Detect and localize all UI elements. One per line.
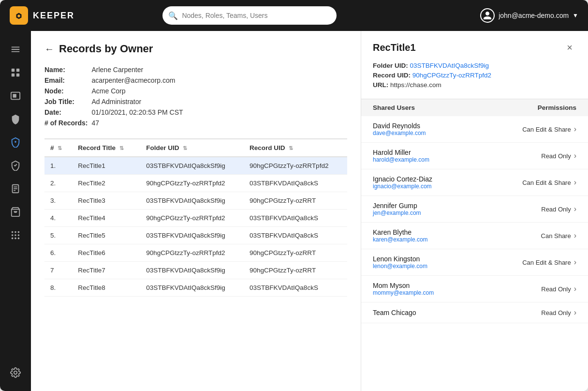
user-name: Mom Myson: [373, 282, 434, 289]
sidebar-item-security[interactable]: [5, 132, 26, 153]
sidebar-item-vault[interactable]: [5, 85, 26, 106]
shared-user-row[interactable]: Harold Miller harold@example.com Read On…: [361, 143, 588, 169]
cell-folder-uid: 90hgCPGtzzTy-ozRRTpfd2: [140, 210, 244, 227]
user-avatar-icon: [480, 8, 495, 23]
svg-point-9: [15, 141, 16, 143]
table-row[interactable]: 3. RecTitle3 03STBFKVDAtIQa8ckSf9ig 90hg…: [44, 192, 347, 210]
cell-folder-uid: 03STBFKVDAtIQa8ckSf9ig: [140, 279, 244, 297]
url-row: URL: https://chase.com: [373, 81, 576, 89]
svg-point-19: [15, 234, 16, 236]
content-area: ← Records by Owner Name: Arlene Carpente…: [31, 31, 588, 391]
shared-users-label: Shared Users: [373, 104, 415, 111]
chevron-right-icon: ›: [574, 151, 576, 160]
name-value: Arlene Carpenter: [91, 66, 347, 74]
email-label: Email:: [44, 76, 88, 84]
search-bar: 🔍: [162, 6, 337, 25]
cell-num: 7: [44, 262, 72, 279]
detail-meta: Folder UID: 03STBFKVDAtIQa8ckSf9ig Recor…: [361, 62, 588, 99]
cell-record-uid: 03STBFKVDAtIQa8ckS: [244, 175, 347, 192]
user-email: ignacio@example.com: [373, 183, 432, 190]
records-table: # ⇅ Record Title ⇅ Folder UID ⇅ Record U…: [44, 138, 347, 297]
table-row[interactable]: 6. RecTitle6 90hgCPGtzzTy-ozRRTpfd2 90hg…: [44, 244, 347, 262]
user-permission: Can Share: [541, 232, 571, 240]
cell-title: RecTitle6: [72, 244, 140, 262]
sidebar-item-shop[interactable]: [5, 201, 26, 223]
search-input[interactable]: [162, 6, 337, 25]
svg-point-20: [18, 234, 20, 236]
sidebar-item-reports[interactable]: [5, 178, 26, 199]
table-row[interactable]: 2. RecTitle2 90hgCPGtzzTy-ozRRTpfd2 03ST…: [44, 175, 347, 192]
svg-point-2: [17, 15, 20, 17]
user-permission: Read Only: [541, 206, 571, 213]
user-name: Harold Miller: [373, 149, 429, 156]
page-header: ← Records by Owner: [44, 43, 347, 55]
record-uid-row: Record UID: 90hgCPGtzzTy-ozRRTpfd2: [373, 72, 576, 79]
chevron-right-icon: ›: [574, 231, 576, 240]
user-permission: Read Only: [541, 152, 571, 160]
user-permission-area: Read Only ›: [541, 151, 576, 160]
shared-user-row[interactable]: Lenon Kingston lenon@example.com Can Edi…: [361, 249, 588, 276]
sidebar-item-compliance[interactable]: [5, 155, 26, 176]
sidebar-item-menu[interactable]: [5, 39, 26, 60]
shared-user-row[interactable]: David Reynolds dave@example.com Can Edit…: [361, 116, 588, 143]
cell-title: RecTitle8: [72, 279, 140, 297]
chevron-right-icon: ›: [574, 178, 576, 187]
shared-user-row[interactable]: Team Chicago Read Only ›: [361, 302, 588, 323]
cell-record-uid: 03STBFKVDAtIQa8ckS: [244, 210, 347, 227]
cell-title: RecTitle5: [72, 227, 140, 244]
shared-user-row[interactable]: Jennifer Gump jen@example.com Read Only …: [361, 196, 588, 223]
svg-rect-8: [13, 94, 16, 97]
job-title-label: Job Title:: [44, 98, 88, 105]
user-area[interactable]: john@acme-demo.com ▼: [480, 8, 578, 23]
svg-rect-4: [16, 69, 19, 72]
svg-point-15: [12, 231, 14, 233]
detail-header: RecTitle1 ×: [361, 31, 588, 62]
user-permission-area: Can Share ›: [541, 231, 576, 240]
user-permission-area: Read Only ›: [541, 308, 576, 317]
col-record-uid[interactable]: Record UID ⇅: [244, 139, 347, 157]
user-info: Lenon Kingston lenon@example.com: [373, 255, 427, 270]
cell-record-uid: 03STBFKVDAtIQa8ckS: [244, 279, 347, 297]
col-record-title[interactable]: Record Title ⇅: [72, 139, 140, 157]
folder-uid-row: Folder UID: 03STBFKVDAtIQa8ckSf9ig: [373, 62, 576, 69]
cell-folder-uid[interactable]: 03STBFKVDAtIQa8ckSf9ig: [140, 157, 244, 175]
back-button[interactable]: ←: [44, 44, 54, 55]
user-info: Team Chicago: [373, 309, 416, 316]
user-name: Team Chicago: [373, 309, 416, 316]
sidebar-item-apps[interactable]: [5, 225, 26, 246]
table-row[interactable]: 7 RecTitle7 03STBFKVDAtIQa8ckSf9ig 90hgC…: [44, 262, 347, 279]
col-folder-uid[interactable]: Folder UID ⇅: [140, 139, 244, 157]
table-row[interactable]: 1. RecTitle1 03STBFKVDAtIQa8ckSf9ig 90hg…: [44, 157, 347, 175]
cell-num: 4.: [44, 210, 72, 227]
user-permission-area: Can Edit & Share ›: [522, 125, 576, 134]
user-name: Karen Blythe: [373, 228, 428, 236]
cell-record-uid: 90hgCPGtzzTy-ozRRT: [244, 244, 347, 262]
table-row[interactable]: 8. RecTitle8 03STBFKVDAtIQa8ckSf9ig 03ST…: [44, 279, 347, 297]
sidebar-item-settings[interactable]: [5, 362, 26, 383]
cell-folder-uid: 03STBFKVDAtIQa8ckSf9ig: [140, 227, 244, 244]
cell-num: 3.: [44, 192, 72, 210]
user-email: jen@example.com: [373, 210, 421, 216]
shared-user-row[interactable]: Ignacio Cortez-Diaz ignacio@example.com …: [361, 169, 588, 196]
cell-title[interactable]: RecTitle1: [72, 157, 140, 175]
shared-user-row[interactable]: Mom Myson mommy@example.com Read Only ›: [361, 276, 588, 302]
svg-point-23: [18, 238, 20, 240]
sidebar-item-shield[interactable]: [5, 108, 26, 130]
table-row[interactable]: 5. RecTitle5 03STBFKVDAtIQa8ckSf9ig 03ST…: [44, 227, 347, 244]
close-button[interactable]: ×: [563, 41, 576, 54]
user-permission-area: Can Edit & Share ›: [522, 178, 576, 187]
svg-rect-3: [12, 69, 15, 72]
user-info: Karen Blythe karen@example.com: [373, 228, 428, 243]
cell-title: RecTitle3: [72, 192, 140, 210]
permissions-label: Permissions: [538, 104, 576, 111]
user-email: john@acme-demo.com: [499, 12, 569, 19]
col-num[interactable]: # ⇅: [44, 139, 72, 157]
user-info: Harold Miller harold@example.com: [373, 149, 429, 163]
sidebar-item-dashboard[interactable]: [5, 62, 26, 83]
shared-user-row[interactable]: Karen Blythe karen@example.com Can Share…: [361, 223, 588, 249]
user-permission: Can Edit & Share: [522, 126, 571, 133]
shared-users-section: Shared Users Permissions David Reynolds …: [361, 99, 588, 391]
user-info: Jennifer Gump jen@example.com: [373, 202, 421, 216]
top-nav: KEEPER 🔍 john@acme-demo.com ▼: [0, 0, 588, 31]
table-row[interactable]: 4. RecTitle4 90hgCPGtzzTy-ozRRTpfd2 03ST…: [44, 210, 347, 227]
